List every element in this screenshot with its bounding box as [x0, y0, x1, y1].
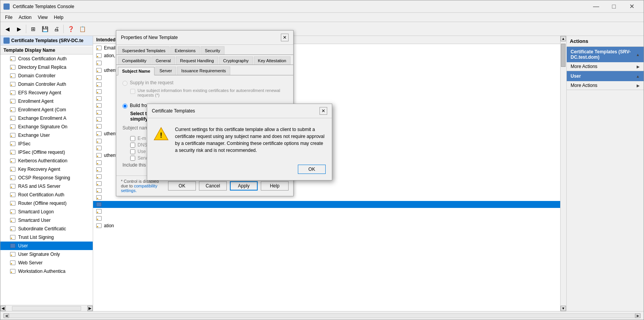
supply-checkbox-label: Use subject information from existing ce… [138, 88, 287, 97]
hscroll-right[interactable]: ▶ [635, 313, 641, 318]
include-use-check[interactable] [130, 149, 135, 154]
build-radio[interactable] [122, 104, 127, 109]
status-bar: ◀ ▶ [0, 311, 644, 320]
tab-cryptography[interactable]: Cryptography [219, 56, 253, 65]
properties-title-bar: Properties of New Template ✕ [116, 31, 293, 45]
properties-dialog-title: Properties of New Template [121, 35, 178, 40]
hscroll-track[interactable] [9, 313, 635, 318]
dialogs-container: Properties of New Template ✕ Superseded … [0, 26, 644, 311]
menu-file[interactable]: File [2, 14, 15, 21]
menu-bar: File Action View Help [0, 13, 644, 22]
include-email-label: E-m [138, 136, 146, 141]
warning-close-button[interactable]: ✕ [319, 107, 327, 115]
tab-general[interactable]: General [151, 56, 175, 65]
title-bar-title: Certificate Templates Console [13, 4, 74, 9]
include-serv-label: Serv [138, 155, 147, 161]
supply-radio[interactable] [122, 81, 127, 86]
include-dns-label: DNS [138, 142, 147, 148]
tab-extensions[interactable]: Extensions [170, 46, 200, 54]
hscroll-left[interactable]: ◀ [3, 313, 9, 318]
tab-key-attestation[interactable]: Key Attestation [254, 56, 291, 65]
cancel-button[interactable]: Cancel [199, 181, 227, 191]
minimize-button[interactable]: — [587, 0, 605, 13]
supply-checkbox[interactable] [130, 89, 135, 94]
warning-ok-button[interactable]: OK [298, 165, 326, 174]
tab-row-1: Superseded Templates Extensions Security [116, 45, 293, 55]
warning-dialog-title: Certificate Templates [152, 108, 195, 114]
warning-footer: OK [147, 162, 332, 180]
tab-row-3: Subject Name Server Issuance Requirement… [116, 65, 293, 75]
menu-help[interactable]: Help [51, 14, 67, 21]
supply-checkbox-section: Use subject information from existing ce… [130, 88, 287, 97]
app-icon [3, 3, 10, 10]
include-dns-check[interactable] [130, 143, 135, 148]
include-use-label: Use [138, 149, 146, 154]
title-bar-controls: — □ ✕ [587, 0, 641, 13]
tab-security[interactable]: Security [201, 46, 224, 54]
spacer-1 [122, 99, 287, 103]
menu-action[interactable]: Action [15, 14, 34, 21]
ok-button[interactable]: OK [168, 181, 196, 191]
apply-button[interactable]: Apply [230, 181, 258, 191]
supply-in-request-section: Supply in the request [122, 80, 287, 86]
warning-icon: ! [153, 126, 169, 143]
help-button[interactable]: Help [261, 181, 289, 191]
tab-superseded-templates[interactable]: Superseded Templates [118, 46, 170, 54]
include-email-check[interactable] [130, 136, 135, 141]
warning-content: ! Current settings for this certificate … [147, 118, 332, 162]
close-button[interactable]: ✕ [623, 0, 641, 13]
maximize-button[interactable]: □ [605, 0, 623, 13]
title-bar-left: Certificate Templates Console [3, 3, 74, 10]
warning-message: Current settings for this certificate te… [175, 126, 326, 154]
supply-radio-label: Supply in the request [130, 80, 173, 85]
tab-server[interactable]: Server [155, 66, 176, 75]
tab-compatibility[interactable]: Compatibility [118, 56, 151, 65]
tab-subject-name[interactable]: Subject Name [118, 67, 155, 75]
warning-dialog: Certificate Templates ✕ ! Current settin… [147, 104, 332, 180]
footer-note: * Control is disabled due to compatibili… [121, 179, 165, 193]
properties-close-button[interactable]: ✕ [281, 34, 289, 41]
tab-row-2: Compatibility General Request Handling C… [116, 55, 293, 65]
menu-view[interactable]: View [35, 14, 51, 21]
warning-exclamation: ! [160, 131, 162, 139]
tab-request-handling[interactable]: Request Handling [176, 56, 218, 65]
main-window: Certificate Templates Console — □ ✕ File… [0, 0, 644, 320]
warning-triangle-svg: ! [153, 126, 169, 141]
tab-issuance-requirements[interactable]: Issuance Requirements [177, 66, 230, 75]
title-bar: Certificate Templates Console — □ ✕ [0, 0, 644, 13]
include-serv-check[interactable] [130, 156, 135, 161]
warning-title-bar: Certificate Templates ✕ [147, 104, 332, 118]
